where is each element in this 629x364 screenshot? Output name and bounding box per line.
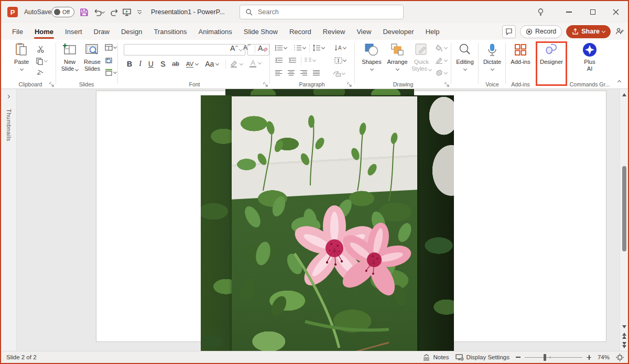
text-shadow-button[interactable]: S [160, 60, 165, 68]
zoom-out-button[interactable] [516, 357, 520, 358]
lightbulb-button[interactable] [532, 1, 549, 23]
record-button[interactable]: Record [520, 25, 562, 38]
align-right-button[interactable] [300, 70, 308, 76]
align-left-button[interactable] [275, 70, 283, 76]
tab-file[interactable]: File [6, 23, 29, 40]
text-highlight-button[interactable] [230, 60, 243, 68]
vertical-scrollbar[interactable] [620, 89, 628, 352]
line-spacing-button[interactable] [312, 45, 324, 51]
shape-effects-button[interactable] [435, 69, 447, 76]
tab-insert[interactable]: Insert [59, 23, 88, 40]
slide-layout-button[interactable] [105, 44, 116, 51]
designer-button[interactable]: Designer [537, 42, 566, 65]
expand-thumbnails-icon[interactable] [6, 95, 10, 98]
align-center-button[interactable] [287, 70, 295, 76]
zoom-level[interactable]: 74% [598, 354, 610, 360]
dictate-button[interactable]: Dictate [480, 42, 504, 70]
tab-home[interactable]: Home [29, 23, 59, 40]
maximize-button[interactable] [584, 1, 602, 23]
svg-text:A: A [338, 45, 342, 51]
numbering-button[interactable] [294, 45, 306, 51]
share-button[interactable]: Share [566, 25, 611, 38]
character-spacing-button[interactable]: AV [186, 61, 199, 68]
search-box[interactable] [240, 5, 404, 19]
scroll-up-arrow[interactable] [622, 93, 626, 96]
increase-indent-button[interactable] [288, 57, 297, 63]
tab-slide-show[interactable]: Slide Show [238, 23, 284, 40]
columns-button[interactable] [304, 57, 316, 63]
clear-formatting-button[interactable]: A [258, 44, 268, 52]
shape-fill-button[interactable] [435, 44, 447, 51]
collapse-ribbon-button[interactable] [618, 76, 621, 85]
section-button[interactable] [105, 69, 116, 76]
increase-font-size[interactable]: A [230, 44, 238, 52]
plusai-button[interactable]: Plus AI [577, 42, 603, 72]
thumbnails-pane-collapsed[interactable]: Thumbnails [1, 89, 17, 352]
editing-button[interactable]: Editing [453, 42, 477, 70]
zoom-slider[interactable] [525, 354, 582, 361]
scrollbar-thumb[interactable] [622, 166, 626, 251]
align-text-button[interactable] [334, 57, 346, 64]
tab-record[interactable]: Record [284, 23, 317, 40]
paragraph-dialog-launcher[interactable] [347, 82, 352, 87]
copy-button[interactable] [36, 57, 47, 65]
zoom-slider-handle[interactable] [544, 354, 546, 361]
cut-button[interactable] [37, 45, 45, 53]
quick-styles-button[interactable]: Quick Styles [410, 42, 433, 72]
search-input[interactable] [257, 8, 398, 16]
zoom-in-button[interactable] [587, 355, 591, 360]
start-slideshow-button[interactable] [121, 1, 133, 23]
tab-animations[interactable]: Animations [193, 23, 238, 40]
tab-view[interactable]: View [351, 23, 377, 40]
justify-button[interactable] [312, 70, 320, 76]
notes-button[interactable]: Notes [422, 354, 449, 361]
underline-button[interactable]: U [148, 60, 154, 68]
arrange-button[interactable]: Arrange [385, 42, 410, 70]
reuse-slides-button[interactable]: Reuse Slides [81, 42, 104, 72]
font-name-combo[interactable] [124, 44, 245, 56]
photo-flowers[interactable] [232, 96, 417, 352]
bold-button[interactable]: B [127, 60, 132, 68]
drawing-dialog-launcher[interactable] [444, 82, 449, 87]
fit-slide-to-window-button[interactable] [616, 354, 624, 361]
save-button[interactable] [78, 1, 90, 23]
text-direction-button[interactable]: A [334, 45, 346, 51]
slide-indicator[interactable]: Slide 2 of 2 [6, 354, 37, 360]
decrease-font-size[interactable]: A [243, 44, 251, 51]
close-button[interactable] [607, 1, 625, 23]
display-settings-button[interactable]: Display Settings [456, 354, 509, 361]
next-slide-button-2[interactable] [622, 345, 626, 348]
strikethrough-button[interactable]: ab [172, 60, 179, 68]
user-presence-icon[interactable] [615, 27, 624, 36]
convert-smartart-button[interactable] [332, 70, 345, 77]
customize-qat-button[interactable] [133, 1, 146, 23]
scroll-down-arrow[interactable] [622, 325, 626, 328]
autosave-toggle[interactable]: Off [51, 7, 74, 17]
paste-button[interactable]: Paste [10, 42, 32, 70]
minimize-button[interactable] [560, 1, 578, 23]
tab-transitions[interactable]: Transitions [148, 23, 192, 40]
redo-button[interactable] [108, 1, 121, 23]
clipboard-dialog-launcher[interactable] [49, 82, 54, 87]
comments-button[interactable] [502, 25, 516, 38]
previous-slide-button-2[interactable] [622, 336, 626, 339]
reset-slide-button[interactable] [105, 57, 113, 64]
format-painter-button[interactable] [37, 69, 45, 77]
shape-outline-button[interactable] [435, 57, 447, 64]
tab-draw[interactable]: Draw [88, 23, 115, 40]
powerpoint-logo-icon[interactable]: P [7, 7, 18, 17]
tab-help[interactable]: Help [420, 23, 446, 40]
font-dialog-launcher[interactable] [263, 82, 268, 87]
bullets-button[interactable] [275, 45, 287, 51]
italic-button[interactable]: I [139, 60, 142, 68]
shapes-button[interactable]: Shapes [360, 42, 384, 70]
font-color-button[interactable]: A [250, 59, 261, 68]
change-case-button[interactable]: Aa [205, 60, 219, 68]
new-slide-button[interactable]: New Slide [59, 42, 81, 72]
decrease-indent-button[interactable] [275, 57, 283, 63]
tab-design[interactable]: Design [115, 23, 148, 40]
tab-review[interactable]: Review [317, 23, 351, 40]
tab-developer[interactable]: Developer [377, 23, 419, 40]
addins-button[interactable]: Add-ins [508, 42, 533, 65]
undo-dropdown[interactable] [102, 1, 104, 23]
